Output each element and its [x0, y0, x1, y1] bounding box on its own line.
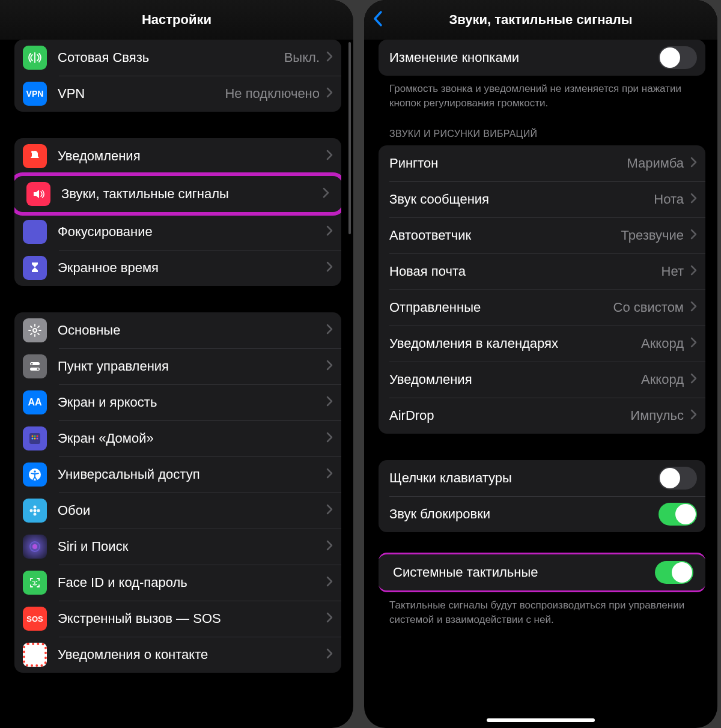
svg-point-1	[33, 329, 37, 332]
row-value: Не подключено	[225, 86, 320, 102]
row-label: Экран и яркость	[58, 395, 326, 410]
group-alerts: УведомленияЗвуки, тактильные сигналыФоку…	[14, 138, 341, 286]
grid-icon	[23, 426, 47, 450]
sound-row[interactable]: АвтоответчикТрезвучие	[379, 217, 705, 253]
row-label: Системные тактильные	[393, 565, 655, 580]
row-value: Нет	[662, 264, 684, 279]
moon-icon	[23, 220, 47, 244]
bell-icon	[23, 144, 47, 168]
group-system-sounds: Щелчки клавиатурыЗвук блокировки	[379, 460, 705, 532]
chevron-right-icon	[326, 150, 333, 163]
sound-row[interactable]: Новая почтаНет	[379, 253, 705, 290]
chevron-right-icon	[690, 193, 697, 206]
header: Звуки, тактильные сигналы	[364, 0, 717, 40]
row-value: Аккорд	[641, 372, 684, 387]
chevron-right-icon	[690, 265, 697, 278]
speaker-icon	[26, 182, 50, 206]
sos-icon: SOS	[23, 607, 47, 631]
row-value: Трезвучие	[621, 228, 684, 243]
settings-row[interactable]: Уведомления	[14, 138, 341, 174]
chevron-right-icon	[326, 468, 333, 481]
header: Настройки	[0, 0, 353, 40]
row-label: Новая почта	[389, 264, 662, 279]
chevron-right-icon	[326, 540, 333, 553]
highlight-sounds: Звуки, тактильные сигналы	[14, 172, 341, 216]
settings-row[interactable]: Звуки, тактильные сигналы	[18, 176, 338, 212]
row-label: Звуки, тактильные сигналы	[61, 186, 322, 202]
sound-row[interactable]: AirDropИмпульс	[379, 398, 705, 434]
phone-sounds: Звуки, тактильные сигналы Изменение кноп…	[364, 0, 717, 728]
svg-point-21	[32, 544, 37, 549]
row-value: Со свистом	[613, 300, 684, 315]
row-label: Звук сообщения	[389, 192, 654, 207]
system-sound-row[interactable]: Щелчки клавиатуры	[379, 460, 705, 496]
row-label: Экстренный вызов — SOS	[58, 611, 326, 626]
settings-row[interactable]: Экран «Домой»	[14, 420, 341, 457]
accessibility-icon	[23, 463, 47, 487]
highlight-haptics: Системные тактильные	[379, 553, 705, 592]
settings-row[interactable]: Уведомления о контакте	[14, 637, 341, 673]
group-sounds: РингтонМаримбаЗвук сообщенияНотаАвтоотве…	[379, 145, 705, 434]
svg-point-19	[37, 509, 40, 512]
group-buttons: Изменение кнопками	[379, 40, 705, 76]
home-indicator[interactable]	[487, 718, 595, 722]
sound-row[interactable]: РингтонМаримба	[379, 145, 705, 181]
settings-row[interactable]: Siri и Поиск	[14, 529, 341, 565]
system-sound-row[interactable]: Звук блокировки	[379, 496, 705, 532]
row-value: Аккорд	[641, 336, 684, 351]
toggle[interactable]	[659, 503, 697, 526]
scrollbar[interactable]	[348, 42, 351, 234]
toggle-change-with-buttons[interactable]	[659, 46, 697, 69]
settings-row[interactable]: Основные	[14, 312, 341, 348]
row-label: Пункт управления	[58, 359, 326, 374]
settings-row[interactable]: Обои	[14, 493, 341, 529]
row-change-with-buttons[interactable]: Изменение кнопками	[379, 40, 705, 76]
row-system-haptics[interactable]: Системные тактильные	[382, 554, 702, 590]
section-header-sounds: ЗВУКИ И РИСУНКИ ВИБРАЦИЙ	[379, 111, 705, 145]
row-label: Siri и Поиск	[58, 539, 326, 554]
row-label: Изменение кнопками	[389, 50, 659, 65]
svg-point-23	[36, 581, 37, 582]
footer-haptics: Тактильные сигналы будут воспроизводитьс…	[379, 592, 705, 627]
row-label: Звук блокировки	[389, 506, 659, 522]
settings-row[interactable]: Экранное время	[14, 250, 341, 286]
settings-row[interactable]: Сотовая СвязьВыкл.	[14, 40, 341, 76]
svg-point-0	[31, 151, 34, 153]
row-label: Уведомления	[389, 372, 641, 387]
row-value: Маримба	[627, 156, 684, 171]
chevron-right-icon	[326, 51, 333, 64]
row-value: Нота	[654, 192, 684, 207]
settings-content: Сотовая СвязьВыкл.VPNVPNНе подключено Ув…	[0, 40, 353, 728]
svg-point-11	[34, 438, 36, 440]
svg-point-9	[37, 435, 38, 437]
footer-buttons: Громкость звонка и уведомлений не изменя…	[379, 76, 705, 111]
chevron-right-icon	[690, 301, 697, 314]
row-label: Универсальный доступ	[58, 467, 326, 482]
switches-icon	[23, 354, 47, 378]
svg-point-15	[34, 509, 37, 512]
sound-row[interactable]: УведомленияАккорд	[379, 362, 705, 398]
chevron-right-icon	[326, 87, 333, 100]
settings-row[interactable]: Универсальный доступ	[14, 457, 341, 493]
settings-row[interactable]: Фокусирование	[14, 214, 341, 250]
settings-row[interactable]: AAЭкран и яркость	[14, 384, 341, 420]
row-value: Импульс	[630, 408, 684, 423]
row-value: Выкл.	[284, 50, 320, 65]
toggle[interactable]	[659, 467, 697, 490]
vpn-icon: VPN	[23, 82, 47, 106]
settings-row[interactable]: VPNVPNНе подключено	[14, 76, 341, 112]
sound-row[interactable]: ОтправленныеСо свистом	[379, 290, 705, 326]
toggle-system-haptics[interactable]	[655, 561, 693, 584]
group-haptics: Системные тактильные	[379, 553, 705, 592]
svg-point-7	[32, 435, 34, 437]
svg-point-8	[34, 435, 36, 437]
svg-point-5	[37, 368, 39, 370]
row-label: Сотовая Связь	[58, 50, 284, 65]
settings-row[interactable]: SOSЭкстренный вызов — SOS	[14, 601, 341, 637]
back-button[interactable]	[373, 10, 383, 29]
settings-row[interactable]: Пункт управления	[14, 348, 341, 384]
faceid-icon	[23, 571, 47, 595]
sound-row[interactable]: Звук сообщенияНота	[379, 181, 705, 217]
sound-row[interactable]: Уведомления в календаряхАккорд	[379, 326, 705, 362]
settings-row[interactable]: Face ID и код-пароль	[14, 565, 341, 601]
